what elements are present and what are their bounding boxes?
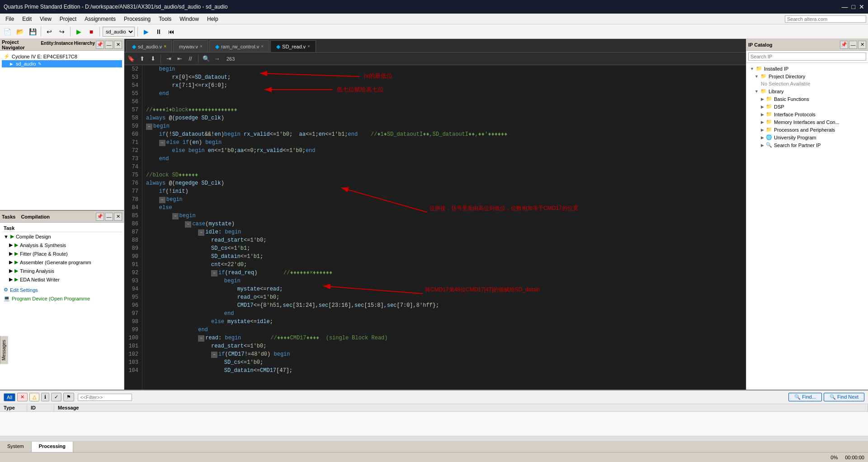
nav-close-btn[interactable]: ✕: [114, 41, 122, 49]
nav-header-controls[interactable]: Entity:Instance Hierarchy 📌 — ✕: [41, 41, 122, 49]
ip-search-input[interactable]: [748, 52, 866, 61]
tasks-close-btn[interactable]: ✕: [114, 213, 122, 221]
tab-close-2[interactable]: ×: [200, 44, 203, 49]
ip-min-btn[interactable]: —: [849, 41, 857, 49]
tab-close-3[interactable]: ×: [261, 44, 264, 49]
save-btn[interactable]: 💾: [27, 26, 38, 37]
code-line-72: else begin en<=1'b0;aa<=0;rx_valid<=1'b0…: [146, 147, 742, 155]
task-assembler[interactable]: ▶ ▶ Assembler (Generate programm: [2, 258, 122, 267]
folder-icon-8: 📁: [766, 127, 772, 133]
close-btn[interactable]: ✕: [859, 3, 864, 10]
tab-mywav[interactable]: mywav.v ×: [173, 40, 208, 52]
compile-btn[interactable]: ▶: [73, 26, 84, 37]
ip-processors[interactable]: ▶ 📁 Processors and Peripherals: [748, 126, 866, 133]
ip-dsp[interactable]: ▶ 📁 DSP: [748, 103, 866, 110]
tab-processing[interactable]: Processing: [32, 442, 73, 452]
nav-item-chip[interactable]: ⚡ Cyclone IV E: EP4CE6F17C8: [2, 52, 122, 60]
tab-ram[interactable]: ◆ ram_rw_control.v ×: [209, 40, 269, 52]
menu-processing[interactable]: Processing: [120, 15, 154, 23]
tab-sd-audio[interactable]: ◆ sd_audio.v ×: [126, 40, 172, 52]
ip-library[interactable]: ▼ 📁 Library: [748, 87, 866, 95]
window-controls[interactable]: — □ ✕: [842, 3, 864, 10]
ip-installed[interactable]: ▼ 📁 Installed IP: [748, 65, 866, 72]
open-btn[interactable]: 📂: [14, 26, 25, 37]
task-edit-settings[interactable]: ⚙ Edit Settings: [2, 286, 122, 294]
nav-min-btn[interactable]: —: [105, 41, 113, 49]
task-timing[interactable]: ▶ ▶ Timing Analysis: [2, 267, 122, 275]
search-input[interactable]: [785, 15, 866, 23]
next-bookmark-btn[interactable]: ⬇: [148, 54, 158, 64]
filter-warning[interactable]: △: [29, 393, 39, 401]
find-btn[interactable]: 🔍: [201, 54, 211, 64]
filter-error[interactable]: ✕: [17, 393, 28, 401]
task-program-device[interactable]: 💻 Program Device (Open Programme: [2, 294, 122, 303]
start-btn[interactable]: ▶: [141, 26, 151, 37]
ip-header-controls[interactable]: 📌 — ✕: [840, 41, 866, 49]
menu-help[interactable]: Help: [203, 15, 222, 23]
code-line-90: SD_datain<=1'b1;: [146, 252, 742, 261]
outdent-btn[interactable]: ⇤: [175, 54, 184, 64]
find-next-msg-btn[interactable]: 🔍 Find Next: [824, 393, 864, 401]
comment-btn[interactable]: //: [185, 54, 195, 64]
ip-interface-label: Interface Protocols: [774, 112, 816, 117]
pause-btn[interactable]: ⏸: [153, 26, 164, 37]
ip-memory[interactable]: ▶ 📁 Memory Interfaces and Con...: [748, 118, 866, 126]
menu-file[interactable]: File: [2, 15, 18, 23]
redo-btn[interactable]: ↪: [57, 26, 67, 37]
nav-item-sdaudio[interactable]: ► sd_audio ✎: [2, 60, 122, 67]
find-msg-btn[interactable]: 🔍 Find...: [788, 393, 822, 401]
messages-body[interactable]: [0, 412, 868, 436]
status-time: 00:00:00: [845, 455, 864, 460]
expand-arrow-6: ▶: [761, 112, 764, 117]
filter-all[interactable]: All: [4, 393, 15, 401]
ip-partner[interactable]: ▶ 🔍 Search for Partner IP: [748, 141, 866, 149]
ip-search-area[interactable]: [746, 51, 868, 63]
menu-project[interactable]: Project: [56, 15, 80, 23]
messages-scrollbar[interactable]: [0, 436, 868, 441]
menu-window[interactable]: Window: [176, 15, 203, 23]
filter-extra[interactable]: ✓: [51, 393, 61, 401]
tasks-pin-btn[interactable]: 📌: [96, 213, 104, 221]
tasks-min-btn[interactable]: —: [105, 213, 113, 221]
project-select[interactable]: sd_audio: [103, 27, 135, 37]
maximize-btn[interactable]: □: [852, 3, 855, 10]
ip-basic-functions[interactable]: ▶ 📁 Basic Functions: [748, 95, 866, 103]
stop-btn[interactable]: ■: [86, 26, 97, 37]
menu-tools[interactable]: Tools: [155, 15, 175, 23]
bookmark-btn[interactable]: 🔖: [126, 54, 136, 64]
nav-tab-hierarchy[interactable]: Hierarchy: [74, 41, 95, 49]
filter-info[interactable]: ℹ: [41, 393, 49, 401]
play-icon: ▶: [10, 233, 14, 239]
task-compile-design[interactable]: ▼ ▶ Compile Design: [2, 232, 122, 241]
prev-bookmark-btn[interactable]: ⬆: [137, 54, 147, 64]
tab-sd-read[interactable]: ◆ SD_read.v ×: [270, 40, 316, 52]
task-eda[interactable]: ▶ ▶ EDA Netlist Writer: [2, 275, 122, 284]
filter-custom[interactable]: ⚑: [63, 393, 74, 401]
undo-btn[interactable]: ↩: [44, 26, 55, 37]
ip-close-btn[interactable]: ✕: [858, 41, 866, 49]
goto-btn[interactable]: →: [212, 54, 222, 64]
nav-pin-btn[interactable]: 📌: [96, 41, 104, 49]
ip-university[interactable]: ▶ 🌐 University Program: [748, 133, 866, 141]
menu-edit[interactable]: Edit: [19, 15, 35, 23]
ip-pin-btn[interactable]: 📌: [840, 41, 848, 49]
side-tab-messages[interactable]: Messages: [0, 336, 8, 364]
nav-tab-entity[interactable]: Entity:Instance: [41, 41, 73, 49]
rewind-btn[interactable]: ⏮: [166, 26, 177, 37]
search-box[interactable]: [785, 15, 866, 23]
ip-interface[interactable]: ▶ 📁 Interface Protocols: [748, 110, 866, 118]
ip-project-dir[interactable]: ▼ 📁 Project Directory: [748, 72, 866, 80]
filter-input[interactable]: [78, 394, 132, 401]
tab-system[interactable]: System: [0, 442, 32, 452]
tasks-header-controls[interactable]: 📌 — ✕: [96, 213, 122, 221]
task-analysis-synthesis[interactable]: ▶ ▶ Analysis & Synthesis: [2, 241, 122, 249]
task-fitter[interactable]: ▶ ▶ Fitter (Place & Route): [2, 249, 122, 258]
menu-view[interactable]: View: [36, 15, 55, 23]
new-btn[interactable]: 📄: [2, 26, 13, 37]
folder-icon-2: 📁: [760, 73, 767, 79]
menu-assignments[interactable]: Assignments: [81, 15, 119, 23]
project-nav-header: Project Navigator Entity:Instance Hierar…: [0, 39, 124, 51]
minimize-btn[interactable]: —: [842, 3, 848, 10]
indent-btn[interactable]: ⇥: [164, 54, 174, 64]
tab-close-4[interactable]: ×: [307, 44, 310, 49]
